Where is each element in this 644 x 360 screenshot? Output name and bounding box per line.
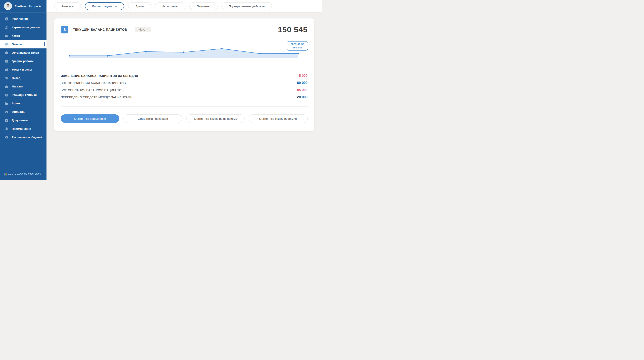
sidebar-item-patient-cards[interactable]: Карточки пациентов	[0, 23, 46, 32]
sidebar-item-label: Расписание	[12, 17, 28, 20]
period-value: 7 days	[137, 28, 145, 31]
documents-icon	[4, 118, 9, 122]
chart-point[interactable]	[183, 52, 184, 53]
dollar-icon: $	[61, 26, 68, 34]
period-selector[interactable]: 7 days	[135, 27, 151, 32]
sidebar-item-archive[interactable]: Архив	[0, 99, 46, 108]
stat-label: ВСЕ СПИСАНИЯ БАЛАНСОВ ПАЦИЕНТОВ	[61, 88, 124, 92]
logo-bars-icon	[4, 173, 7, 175]
chart-point[interactable]	[107, 55, 108, 57]
tab-finances[interactable]: Финансы	[54, 2, 81, 10]
statistics-buttons: Статистика пополнений Статистика перевод…	[61, 114, 308, 123]
messaging-icon	[4, 135, 9, 139]
app-logo: emexes-COSMETOLOGY	[4, 173, 41, 176]
tab-suspicious-actions[interactable]: Подозрительные действия	[222, 2, 272, 10]
stats-list: ИЗМЕНЕНИЕ БАЛАНСА ПАЦИЕНТОВ ЗА СЕГОДНЯ -…	[61, 72, 308, 101]
chart-point[interactable]	[145, 51, 146, 52]
sidebar-item-documents[interactable]: Документы	[0, 116, 46, 125]
topups-statistics-button[interactable]: Статистика пополнений	[61, 114, 119, 123]
sidebar-item-work-schedule[interactable]: График работы	[0, 57, 46, 65]
chevron-down-icon	[146, 29, 148, 30]
services-prices-icon	[4, 68, 9, 72]
patient-balance-card: $ ТЕКУЩИЙ БАЛАНС ПАЦИЕНТОВ 7 days 150 54…	[54, 19, 314, 131]
sidebar-item-label: Архив	[12, 102, 20, 105]
card-header: $ ТЕКУЩИЙ БАЛАНС ПАЦИЕНТОВ 7 days 150 54…	[61, 26, 308, 34]
shop-icon	[4, 85, 9, 89]
clinic-expenses-icon	[4, 93, 9, 97]
patient-cards-icon	[4, 25, 9, 30]
reminders-icon	[4, 127, 9, 131]
branches-icon	[4, 110, 9, 114]
sidebar-item-label: Касса	[12, 34, 20, 37]
sidebar-item-schedule[interactable]: Расписание	[0, 15, 46, 23]
tab-assistants[interactable]: Ассистенты	[155, 2, 186, 10]
sidebar-item-label: Склад	[12, 77, 20, 80]
chart-point[interactable]	[222, 48, 222, 49]
sidebar-item-cash-register[interactable]: Касса	[0, 32, 46, 40]
sidebar-item-branches[interactable]: Филиалы	[0, 108, 46, 116]
admin-writeoffs-statistics-button[interactable]: Статистика списаний админ.	[249, 114, 308, 123]
sidebar-item-label: Отчеты	[12, 43, 22, 46]
sidebar-item-messaging[interactable]: Рассылка сообщений	[0, 133, 46, 141]
tab-patient-balance[interactable]: Баланс пациентов	[85, 2, 124, 10]
chart-point[interactable]	[260, 53, 260, 54]
stat-value: -85 000	[296, 88, 308, 92]
sidebar-item-label: Рассылка сообщений	[12, 136, 42, 139]
stat-row-all-writeoffs: ВСЕ СПИСАНИЯ БАЛАНСОВ ПАЦИЕНТОВ -85 000	[61, 87, 308, 94]
reports-icon	[4, 42, 9, 46]
stat-label: ВСЕ ПОПОЛНЕНИЯ БАЛАНСА ПАЦИЕНТОВ	[61, 81, 126, 85]
sidebar-item-reports[interactable]: Отчеты	[0, 40, 46, 49]
stat-value: 80 000	[297, 81, 308, 85]
sidebar-item-labor-organization[interactable]: Организация труда	[0, 49, 46, 57]
tooltip-value: 150 545	[288, 46, 307, 49]
user-profile[interactable]: Глобенко Игорь А...	[0, 0, 46, 13]
sidebar-item-label: Напоминания	[12, 127, 31, 130]
warehouse-icon	[4, 76, 9, 80]
sidebar-nav: Расписание Карточки пациентов Касса Отче…	[0, 15, 46, 141]
transfers-statistics-button[interactable]: Статистика переводов	[124, 114, 182, 123]
sidebar-item-label: Карточки пациентов	[12, 26, 40, 29]
schedule-icon	[4, 17, 9, 21]
sidebar-item-warehouse[interactable]: Склад	[0, 74, 46, 82]
stat-value: -5 000	[298, 74, 308, 78]
divider	[61, 66, 308, 66]
stat-label: ПЕРЕВЕДЕНО СРЕДСТВ МЕЖДУ ПАЦИЕНТАМИ	[61, 96, 132, 99]
main-area: Финансы Баланс пациентов Врачи Ассистент…	[46, 0, 322, 180]
sidebar-item-label: Услуги и цены	[12, 68, 32, 71]
chart-point[interactable]	[298, 53, 299, 54]
sidebar: Глобенко Игорь А... Расписание Карточки …	[0, 0, 46, 180]
chart-tooltip: 2023-01-30 150 545	[287, 41, 308, 51]
balance-chart[interactable]	[61, 46, 308, 60]
sidebar-item-label: Документы	[12, 119, 28, 122]
sidebar-item-shop[interactable]: Магазин	[0, 82, 46, 91]
sidebar-item-reminders[interactable]: Напоминания	[0, 125, 46, 133]
sidebar-item-label: Расходы клиники	[12, 93, 37, 97]
sidebar-item-services-prices[interactable]: Услуги и цены	[0, 65, 46, 74]
total-balance-value: 150 545	[278, 25, 308, 34]
work-schedule-icon	[4, 59, 9, 63]
sidebar-item-label: Организация труда	[12, 51, 39, 54]
tooltip-date: 2023-01-30	[288, 43, 307, 46]
stat-value: 20 000	[297, 95, 308, 99]
writeoffs-by-visit-statistics-button[interactable]: Статистика списаний по приему	[186, 114, 245, 123]
card-title: ТЕКУЩИЙ БАЛАНС ПАЦИЕНТОВ	[73, 28, 127, 32]
tab-patients[interactable]: Пациенты	[190, 2, 218, 10]
cash-register-icon	[4, 34, 9, 38]
logo-text: emexes-COSMETOLOGY	[8, 173, 41, 176]
chart-point[interactable]	[68, 55, 70, 57]
active-item-indicator	[44, 42, 44, 47]
stat-row-transferred-between-patients: ПЕРЕВЕДЕНО СРЕДСТВ МЕЖДУ ПАЦИЕНТАМИ 20 0…	[61, 94, 308, 101]
sidebar-item-clinic-expenses[interactable]: Расходы клиники	[0, 91, 46, 99]
user-name: Глобенко Игорь А...	[15, 5, 44, 8]
sidebar-item-label: Магазин	[12, 85, 24, 88]
archive-icon	[4, 102, 9, 106]
labor-organization-icon	[4, 51, 9, 55]
stat-label: ИЗМЕНЕНИЕ БАЛАНСА ПАЦИЕНТОВ ЗА СЕГОДНЯ	[61, 74, 138, 78]
balance-chart-container	[61, 46, 308, 60]
avatar-photo	[4, 2, 12, 10]
content-area: $ ТЕКУЩИЙ БАЛАНС ПАЦИЕНТОВ 7 days 150 54…	[46, 13, 322, 180]
stat-row-balance-change-today: ИЗМЕНЕНИЕ БАЛАНСА ПАЦИЕНТОВ ЗА СЕГОДНЯ -…	[61, 72, 308, 79]
stat-row-all-topups: ВСЕ ПОПОЛНЕНИЯ БАЛАНСА ПАЦИЕНТОВ 80 000	[61, 79, 308, 87]
tab-doctors[interactable]: Врачи	[128, 2, 151, 10]
sidebar-item-label: График работы	[12, 60, 34, 63]
